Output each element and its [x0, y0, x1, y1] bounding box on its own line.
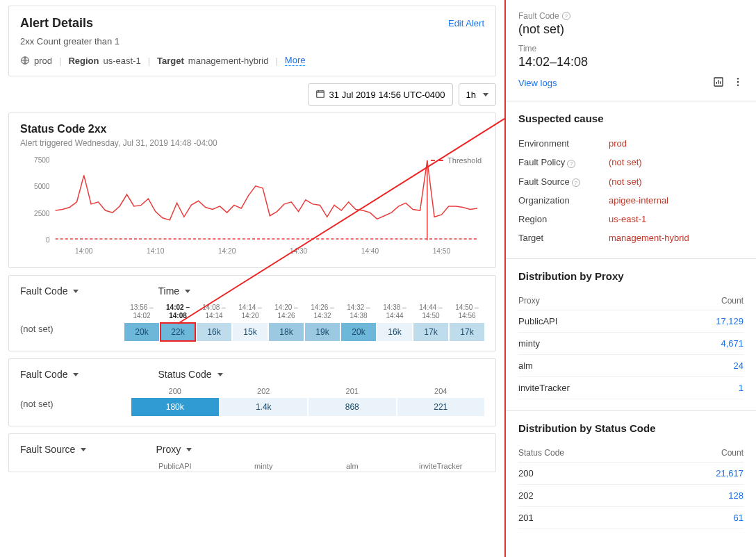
- proxy-dropdown[interactable]: Proxy: [156, 444, 192, 455]
- proxy-name: minty: [518, 338, 540, 349]
- time-bucket-label: 14:44 –14:50: [419, 304, 442, 320]
- date-toolbar: 31 Jul 2019 14:56 UTC-0400 1h: [8, 83, 496, 106]
- side-fault-code-value: (not set): [518, 22, 743, 37]
- count-col-header: Count: [721, 448, 743, 458]
- heatmap-cell[interactable]: 15k: [233, 323, 268, 341]
- alert-metaline: prod | Region us-east-1 | Target managem…: [20, 55, 484, 66]
- svg-text:7500: 7500: [34, 156, 50, 164]
- proxy-count[interactable]: 24: [734, 360, 743, 371]
- status-bucket-label: 204: [434, 387, 447, 395]
- proxy-dist-title: Distribution by Proxy: [518, 270, 743, 282]
- range-picker-button[interactable]: 1h: [459, 83, 496, 106]
- status-count[interactable]: 128: [728, 490, 743, 501]
- table-row: PublicAPI17,129: [518, 310, 743, 333]
- heatmap-cell[interactable]: 868: [309, 398, 396, 416]
- line-chart-svg: 025005000750014:0014:1014:2014:3014:4014…: [20, 153, 484, 258]
- heatmap-cell[interactable]: 16k: [197, 323, 231, 341]
- proxy-bucket-label: alm: [346, 462, 359, 470]
- help-icon[interactable]: ?: [562, 12, 570, 20]
- fault-code-dropdown-2[interactable]: Fault Code: [20, 369, 79, 380]
- proxy-bucket-label: minty: [254, 462, 272, 470]
- region-label: Region: [68, 56, 99, 66]
- heatmap-cell[interactable]: 1.4k: [220, 398, 308, 416]
- kv-key: Fault Source?: [518, 176, 609, 188]
- fault-time-card: Fault Code Time (not set) 13:56 –14:0220…: [8, 275, 496, 351]
- heatmap-cell[interactable]: 19k: [305, 323, 340, 341]
- chart-subtitle: Alert triggered Wednesday, Jul 31, 2019 …: [20, 138, 484, 148]
- suspected-cause-row: Organizationapigee-internal: [518, 191, 743, 210]
- proxy-heatmap-grid: PublicAPImintyalminviteTracker: [131, 462, 484, 470]
- help-icon[interactable]: ?: [572, 178, 580, 187]
- edit-alert-link[interactable]: Edit Alert: [448, 18, 484, 28]
- time-bucket-label: 14:38 –14:44: [383, 304, 406, 320]
- calendar-icon: [315, 89, 325, 101]
- svg-text:14:10: 14:10: [147, 247, 165, 255]
- proxy-name: alm: [518, 360, 533, 371]
- proxy-bucket-label: inviteTracker: [419, 462, 463, 470]
- svg-point-16: [737, 81, 739, 83]
- table-row: alm24: [518, 355, 743, 377]
- help-icon[interactable]: ?: [567, 160, 575, 168]
- status-heatmap-grid: 200180k2021.4k201868204221: [131, 387, 484, 416]
- heatmap-cell[interactable]: 221: [397, 398, 485, 416]
- fault-status-card: Fault Code Status Code (not set) 200180k…: [8, 358, 496, 426]
- kv-value: (not set): [609, 176, 642, 188]
- side-time-value: 14:02–14:08: [518, 55, 743, 69]
- suspected-cause-title: Suspected cause: [518, 113, 743, 124]
- suspected-cause-row: Regionus-east-1: [518, 210, 743, 228]
- table-row: minty4,671: [518, 333, 743, 355]
- suspected-cause-row: Targetmanagement-hybrid: [518, 228, 743, 247]
- caret-down-icon: [73, 290, 79, 293]
- status-count[interactable]: 61: [734, 513, 743, 523]
- status-code: 200: [518, 468, 534, 479]
- target-value: management-hybrid: [188, 56, 269, 66]
- proxy-col-header: Proxy: [518, 296, 540, 306]
- caret-down-icon: [483, 93, 488, 97]
- status-col-header: Status Code: [518, 448, 564, 458]
- more-link[interactable]: More: [285, 55, 306, 66]
- kv-key: Target: [518, 233, 609, 243]
- heatmap-cell[interactable]: 16k: [377, 323, 412, 341]
- svg-text:2500: 2500: [34, 210, 50, 217]
- chart-title: Status Code 2xx: [20, 123, 484, 135]
- date-picker-button[interactable]: 31 Jul 2019 14:56 UTC-0400: [308, 83, 453, 106]
- heatmap-cell[interactable]: 22k: [161, 323, 195, 341]
- bar-chart-icon[interactable]: [713, 76, 724, 90]
- fault-code-dropdown[interactable]: Fault Code: [20, 285, 79, 297]
- view-logs-link[interactable]: View logs: [518, 78, 557, 88]
- time-bucket-label: 14:14 –14:20: [238, 304, 261, 320]
- svg-text:14:30: 14:30: [290, 247, 308, 255]
- heatmap-cell[interactable]: 17k: [413, 323, 448, 341]
- kv-value: management-hybrid: [609, 233, 689, 243]
- status-code: 202: [518, 490, 534, 501]
- proxy-count[interactable]: 17,129: [716, 316, 743, 326]
- status-code-dropdown[interactable]: Status Code: [158, 369, 222, 380]
- proxy-count[interactable]: 1: [739, 383, 743, 393]
- region-value: us-east-1: [103, 56, 140, 66]
- chart-area: Threshold 025005000750014:0014:1014:2014…: [20, 153, 484, 258]
- kv-value: us-east-1: [609, 214, 646, 224]
- caret-down-icon: [73, 373, 79, 376]
- caret-down-icon: [186, 448, 192, 451]
- svg-text:0: 0: [46, 236, 50, 244]
- alert-title: Alert Details: [20, 16, 93, 31]
- proxy-count[interactable]: 4,671: [721, 338, 743, 349]
- suspected-cause-row: Fault Policy?(not set): [518, 153, 743, 172]
- time-bucket-label: 14:20 –14:26: [274, 304, 297, 320]
- svg-text:14:20: 14:20: [218, 247, 236, 255]
- threshold-label: Threshold: [447, 156, 482, 165]
- heatmap-cell[interactable]: 17k: [450, 323, 484, 341]
- status-count[interactable]: 21,617: [716, 468, 743, 479]
- fault-code-row-label-2: (not set): [20, 399, 131, 416]
- heatmap-cell[interactable]: 20k: [124, 323, 159, 341]
- caret-down-icon: [217, 373, 223, 376]
- heatmap-cell[interactable]: 180k: [131, 398, 219, 416]
- heatmap-cell[interactable]: 18k: [269, 323, 304, 341]
- time-dropdown[interactable]: Time: [158, 285, 190, 297]
- svg-text:5000: 5000: [34, 183, 50, 190]
- kv-key: Region: [518, 214, 609, 224]
- more-menu-icon[interactable]: [732, 76, 743, 90]
- heatmap-cell[interactable]: 20k: [341, 323, 376, 341]
- side-fault-code-label: Fault Code ?: [518, 11, 743, 21]
- fault-source-dropdown[interactable]: Fault Source: [20, 444, 86, 455]
